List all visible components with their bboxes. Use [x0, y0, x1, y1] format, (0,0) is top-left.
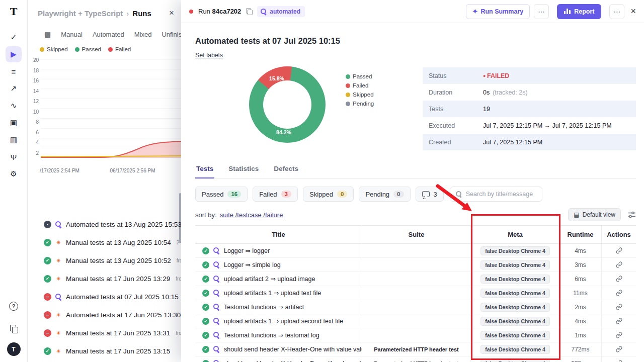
link-icon[interactable]: [616, 276, 622, 282]
sidebar-item[interactable]: Ψ: [6, 149, 22, 165]
runs-filter-tab[interactable]: Manual: [61, 31, 83, 38]
link-icon[interactable]: [616, 261, 622, 268]
test-actions-cell: [602, 332, 636, 338]
detail-label: Created: [429, 139, 483, 146]
column-header[interactable]: Runtime: [559, 226, 602, 243]
test-suite-cell: [362, 314, 471, 328]
link-icon[interactable]: [616, 332, 622, 338]
column-header[interactable]: Suite: [362, 226, 471, 243]
copy-run-id-icon[interactable]: [246, 8, 252, 15]
link-icon[interactable]: [616, 346, 622, 352]
user-avatar[interactable]: T: [7, 342, 21, 356]
test-automated-icon: [213, 261, 220, 268]
docs-button[interactable]: [6, 320, 22, 336]
search-input[interactable]: [466, 191, 537, 198]
default-view-button[interactable]: ▤ Default view: [568, 208, 621, 221]
test-row[interactable]: should send header X-Header-One with val…: [195, 342, 636, 356]
sidebar-item[interactable]: ▶: [6, 46, 22, 62]
y-tick: 8: [29, 119, 39, 125]
filter-button[interactable]: Skipped 0: [303, 187, 354, 202]
sort-link[interactable]: testcase: [237, 211, 265, 219]
legend-dot: [108, 47, 113, 52]
automated-badge-label: automated: [270, 8, 300, 15]
run-status-icon: [44, 257, 51, 264]
detail-value: Jul 7, 2025 12:15 PM: [483, 139, 542, 146]
filter-count-badge: 0: [337, 191, 347, 198]
sidebar-item[interactable]: ↗: [6, 80, 22, 97]
test-meta-cell: false Desktop Chrome 4: [471, 275, 559, 284]
meta-badge: false Desktop Chrome 4: [480, 260, 550, 269]
test-suite-cell: [362, 300, 471, 314]
column-header[interactable]: Title: [195, 226, 362, 243]
run-list-item[interactable]: Manual tests at 17 Jun 2025 13:29 fron: [28, 269, 181, 288]
legend-label: Skipped: [47, 46, 68, 52]
run-list-item[interactable]: Automated tests at 13 Aug 2025 15:53: [28, 215, 181, 233]
sidebar-item[interactable]: ✓: [6, 29, 22, 45]
test-row[interactable]: Testomat functions ⇒ testomat log false …: [195, 328, 636, 342]
runs-filter-tab[interactable]: Mixed: [134, 31, 152, 38]
set-labels-link[interactable]: Set labels: [195, 52, 223, 59]
sidebar-item[interactable]: ⚙: [6, 166, 22, 182]
filter-button[interactable]: Pending 0: [359, 187, 410, 202]
sidebar-icon: ✓: [11, 33, 17, 42]
x-tick: /17/2025 2:54 PM: [40, 168, 79, 173]
run-list-item[interactable]: Manual tests at 13 Aug 2025 10:54 2: [28, 233, 181, 251]
detail-tab[interactable]: Defects: [273, 163, 299, 178]
column-header[interactable]: Actions: [602, 226, 636, 243]
test-row[interactable]: upload artifact 2 ⇒ upload image false D…: [195, 272, 636, 286]
secondary-more-button[interactable]: ⋯: [609, 4, 624, 19]
detail-row: Duration 0s (tracked: 2s): [423, 84, 636, 101]
close-runs-panel-button[interactable]: ×: [169, 8, 174, 18]
help-icon: ?: [9, 302, 18, 311]
comments-filter-button[interactable]: 3: [416, 187, 444, 202]
test-suite-cell: [362, 258, 471, 272]
link-icon[interactable]: [616, 247, 622, 254]
run-list-item[interactable]: Manual tests at 17 Jun 2025 13:31 from: [28, 324, 181, 342]
run-list-item[interactable]: Manual tests at 17 Jun 2025 13:15: [28, 342, 181, 360]
sort-link[interactable]: suite: [220, 211, 237, 219]
close-drawer-button[interactable]: ×: [630, 6, 636, 17]
test-row[interactable]: Logger ⇒ simple log false Desktop Chrome…: [195, 258, 636, 272]
link-icon[interactable]: [616, 360, 622, 362]
sidebar-item[interactable]: ≡: [6, 63, 22, 79]
test-suite: Parameterized HTTP header test: [374, 360, 459, 362]
filter-count-badge: 16: [227, 191, 241, 198]
column-header[interactable]: Meta: [471, 226, 559, 243]
breadcrumb-project[interactable]: Playwright + TypeScript: [38, 9, 123, 18]
run-summary-button[interactable]: ✦ Run Summary: [466, 4, 530, 19]
app-logo-icon[interactable]: T: [10, 5, 18, 18]
detail-tab[interactable]: Statistics: [227, 163, 260, 178]
run-list-item[interactable]: Manual tests at 13 Aug 2025 10:52 fron: [28, 251, 181, 269]
drawer-content: Automated tests at 07 Jul 2025 10:15 Set…: [181, 23, 644, 362]
detail-tab[interactable]: Tests: [195, 163, 214, 178]
test-row[interactable]: should send header X-Header-Two with val…: [195, 356, 636, 362]
link-icon[interactable]: [616, 290, 622, 296]
link-icon[interactable]: [616, 304, 622, 310]
test-row[interactable]: upload artifacts 1 ⇒ upload text file fa…: [195, 286, 636, 300]
more-actions-button[interactable]: ⋯: [534, 4, 549, 19]
sort-link[interactable]: failure: [265, 211, 283, 219]
test-suite-cell: [362, 328, 471, 342]
run-id: Run 84ca7202: [198, 8, 241, 15]
test-row[interactable]: Logger ⇒ logger false Desktop Chrome 4 4…: [195, 244, 636, 258]
test-title: upload artifacts 1 ⇒ upload text file: [224, 289, 321, 297]
report-button[interactable]: Report: [557, 4, 601, 19]
sidebar-item[interactable]: ▥: [6, 132, 22, 148]
chart-edit-icon[interactable]: ▤: [44, 30, 51, 38]
runs-filter-tab[interactable]: Unfinished: [162, 31, 181, 38]
test-meta-cell: false Desktop Chrome 4: [471, 246, 559, 255]
help-button[interactable]: ?: [6, 298, 22, 314]
legend-item: Passed: [75, 46, 101, 52]
sidebar-item[interactable]: ▣: [6, 115, 22, 131]
run-list-item[interactable]: Automated tests at 07 Jul 2025 10:15: [28, 288, 181, 306]
sidebar-item[interactable]: ∿: [6, 98, 22, 114]
filter-button[interactable]: Passed 16: [195, 187, 248, 202]
legend-item: Skipped: [40, 46, 68, 52]
runs-filter-tab[interactable]: Automated: [93, 31, 124, 38]
column-settings-icon[interactable]: [628, 211, 636, 218]
filter-button[interactable]: Failed 3: [253, 187, 298, 202]
test-row[interactable]: Testomat functions ⇒ artifact false Desk…: [195, 300, 636, 314]
run-list-item[interactable]: Automated tests at 17 Jun 2025 13:30: [28, 306, 181, 324]
link-icon[interactable]: [616, 318, 622, 324]
test-row[interactable]: upload artifacts 1 ⇒ upload second text …: [195, 314, 636, 328]
